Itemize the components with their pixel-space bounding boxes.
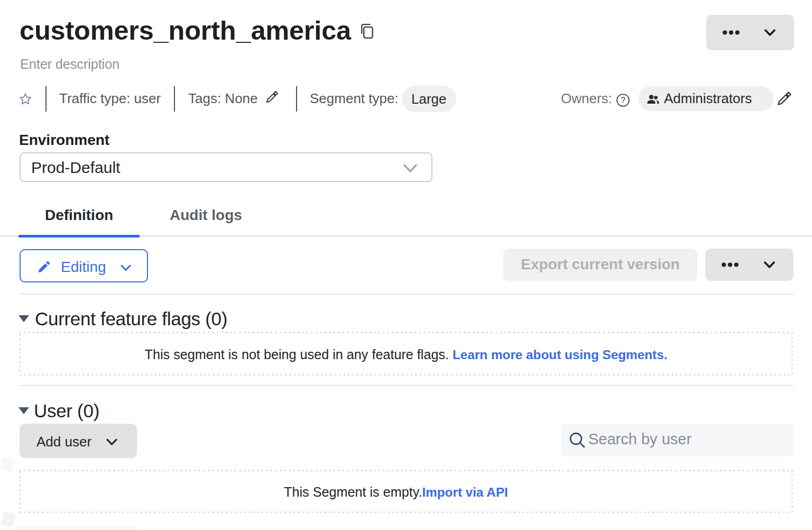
- svg-text:?: ?: [621, 95, 625, 105]
